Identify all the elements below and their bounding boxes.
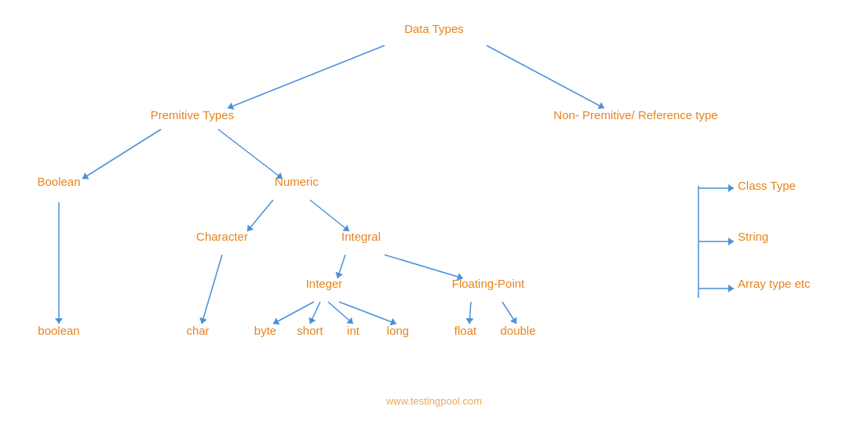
watermark: www.testingpool.com <box>386 395 482 407</box>
svg-line-20 <box>273 302 314 324</box>
svg-line-22 <box>310 302 320 324</box>
non-primitive-node: Non- Premitive/ Reference type <box>553 108 717 122</box>
numeric-node: Numeric <box>275 175 319 188</box>
char-val: char <box>186 324 209 337</box>
primitive-node: Premitive Types <box>151 108 234 122</box>
svg-line-10 <box>247 200 273 231</box>
int-val: int <box>347 324 359 337</box>
svg-marker-5 <box>82 172 89 179</box>
svg-marker-9 <box>55 318 63 324</box>
svg-line-28 <box>469 302 471 324</box>
floating-node: Floating-Point <box>452 277 525 290</box>
string-label: String <box>738 230 768 243</box>
svg-line-12 <box>310 200 349 231</box>
svg-line-24 <box>328 302 353 324</box>
short-val: short <box>297 324 323 337</box>
svg-marker-36 <box>728 238 734 245</box>
character-node: Character <box>196 230 248 243</box>
svg-line-16 <box>337 255 345 278</box>
svg-marker-29 <box>466 318 474 324</box>
svg-line-18 <box>385 255 463 278</box>
integral-node: Integral <box>341 230 381 243</box>
boolean-val: boolean <box>38 324 79 337</box>
svg-line-2 <box>487 45 604 108</box>
svg-line-6 <box>218 129 283 179</box>
boolean-node: Boolean <box>37 175 80 188</box>
svg-marker-15 <box>199 318 207 324</box>
data-types-node: Data Types <box>404 22 464 35</box>
svg-line-14 <box>202 255 222 324</box>
svg-marker-31 <box>510 317 516 324</box>
svg-marker-25 <box>346 318 353 324</box>
double-val: double <box>500 324 535 337</box>
float-val: float <box>454 324 476 337</box>
svg-marker-38 <box>728 285 734 292</box>
svg-marker-11 <box>247 224 253 231</box>
svg-line-4 <box>82 129 161 179</box>
class-type-label: Class Type <box>738 179 796 192</box>
integer-node: Integer <box>306 277 343 290</box>
svg-line-26 <box>339 302 396 324</box>
long-val: long <box>387 324 409 337</box>
svg-line-0 <box>228 45 385 108</box>
svg-line-30 <box>502 302 516 324</box>
svg-marker-34 <box>728 184 734 192</box>
array-type-label: Array type etc <box>738 277 811 290</box>
svg-marker-23 <box>308 318 315 324</box>
byte-val: byte <box>254 324 276 337</box>
